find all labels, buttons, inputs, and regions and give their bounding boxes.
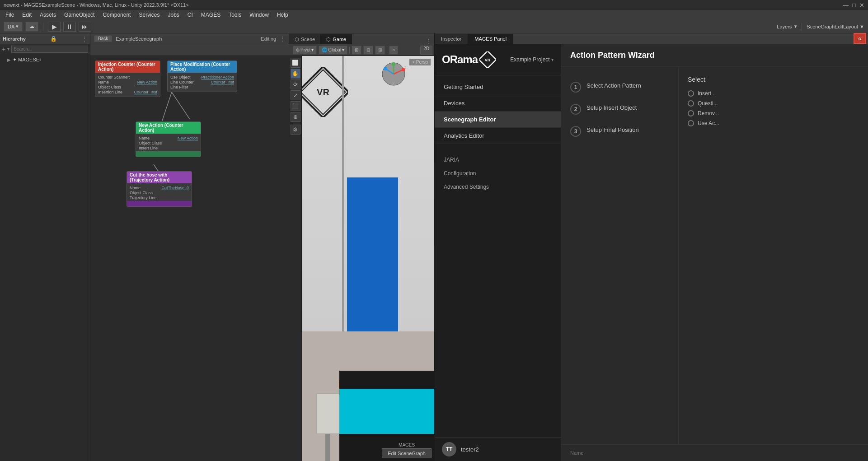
viewport: VR <box>289 56 434 461</box>
grid-button[interactable]: ⊞ <box>352 46 361 55</box>
scene-tab-label: Scene <box>301 37 315 42</box>
edit-scenegraph-button[interactable]: Edit SceneGraph <box>382 448 432 458</box>
card1-field3: Object Class <box>98 85 157 89</box>
minimize-button[interactable]: — <box>843 2 849 9</box>
hierarchy-lock-icon[interactable]: 🔒 <box>50 36 57 42</box>
menu-item-services[interactable]: Services <box>135 11 163 19</box>
desk-leg-left <box>325 434 330 461</box>
nav-scenegraph-editor[interactable]: Scenegraph Editor <box>435 112 561 128</box>
node-card-1[interactable]: Injection Counter (Counter Action) Count… <box>95 61 160 97</box>
menu-item-file[interactable]: File <box>2 11 18 19</box>
step-button[interactable]: ⏭ <box>79 22 91 32</box>
card1-field4: Insertion Line Counter_Inst <box>98 90 157 94</box>
configuration-label: Configuration <box>444 170 476 177</box>
pivot-arrow: ▾ <box>311 47 314 52</box>
global-dropdown[interactable]: 🌐 Global ▾ <box>319 46 347 55</box>
settings-tool-icon[interactable]: ⚙ <box>291 125 300 135</box>
right-panel: Inspector MAGES Panel « ORama VR <box>434 33 868 461</box>
play-button[interactable]: ▶ <box>48 22 61 32</box>
mages-panel-tab[interactable]: MAGES Panel <box>468 34 513 44</box>
align-button[interactable]: ⊞ <box>375 46 385 55</box>
sep2 <box>387 47 387 54</box>
wizard-option-4[interactable]: Use Ac... <box>688 118 859 128</box>
hierarchy-search-input[interactable] <box>11 46 88 53</box>
menu-item-component[interactable]: Component <box>99 11 134 19</box>
pivot-dropdown[interactable]: ⊕ Pivot ▾ <box>293 46 317 55</box>
scale-tool-icon[interactable]: ⤢ <box>291 90 300 100</box>
select-tool-icon[interactable]: ⬜ <box>291 58 300 68</box>
da-dropdown[interactable]: DA ▾ <box>4 22 23 32</box>
menu-item-assets[interactable]: Assets <box>36 11 60 19</box>
nav-devices[interactable]: Devices <box>435 95 561 112</box>
nav-advanced-settings[interactable]: Advanced Settings <box>435 180 561 194</box>
name-col-label: Name <box>570 450 583 456</box>
layers-label: Layers <box>777 24 792 29</box>
menu-item-help[interactable]: Help <box>273 11 292 19</box>
hierarchy-menu-icon[interactable]: ⋮ <box>82 36 87 42</box>
wizard-option-3[interactable]: Remov... <box>688 108 859 118</box>
radio-use-ac[interactable] <box>688 120 694 126</box>
play-icon: ▶ <box>52 23 57 30</box>
back-button[interactable]: Back <box>94 35 112 42</box>
nav-analytics-editor[interactable]: Analytics Editor <box>435 128 561 144</box>
scenegraph-menu-icon[interactable]: ⋮ <box>280 36 285 42</box>
view-button[interactable]: ○ <box>389 46 398 55</box>
node-canvas[interactable]: Injection Counter (Counter Action) Count… <box>90 56 289 450</box>
hierarchy-title: Hierarchy <box>3 36 26 42</box>
panel-collapse-button[interactable]: « <box>854 33 866 44</box>
maximize-button[interactable]: □ <box>852 2 856 9</box>
mages-navigation-panel: ORama VR Example Project ▾ Getting Start… <box>435 44 561 461</box>
node-card-2[interactable]: Place Modification (Counter Action) Use … <box>167 61 237 92</box>
radio-insert[interactable] <box>688 90 694 97</box>
project-dropdown[interactable]: Example Project ▾ <box>510 56 554 63</box>
snap-button[interactable]: ⊟ <box>363 46 373 55</box>
scene-left-tools: ⬜ ✋ ⟳ ⤢ ⬛ ⊕ ⚙ <box>289 56 302 461</box>
door-frame <box>342 56 344 331</box>
svg-point-12 <box>384 67 387 70</box>
wizard-steps: 1 Select Action Pattern 2 Setup Insert O… <box>561 67 679 444</box>
wizard-option-1[interactable]: Insert... <box>688 88 859 98</box>
menu-item-mages[interactable]: MAGES <box>197 11 224 19</box>
nav-jaria[interactable]: JARIA <box>435 153 561 167</box>
vr-diamond-svg: VR <box>298 67 348 117</box>
hierarchy-root-item[interactable]: ▶ ✦ MAGESE› <box>0 56 90 64</box>
menu-item-window[interactable]: Window <box>246 11 272 19</box>
inspector-tab[interactable]: Inspector <box>435 34 468 44</box>
node-card-3[interactable]: New Action (Counter Action) Name New Act… <box>136 121 201 157</box>
blue-wall <box>347 177 398 331</box>
menu-item-ci[interactable]: CI <box>184 11 197 19</box>
nav-getting-started[interactable]: Getting Started <box>435 79 561 95</box>
2d-mode-button[interactable]: 2D <box>420 46 432 55</box>
username-label: tester2 <box>461 446 479 453</box>
scene-menu-icon[interactable]: ⋮ <box>426 38 432 44</box>
top-tabs-row: Back ExampleScenegraph Editing ⋮ ⬡ Scene… <box>90 33 434 44</box>
project-label: Example Project <box>510 56 549 63</box>
menu-item-jobs[interactable]: Jobs <box>164 11 183 19</box>
close-button[interactable]: ✕ <box>859 2 864 9</box>
nav-configuration[interactable]: Configuration <box>435 167 561 180</box>
menu-item-edit[interactable]: Edit <box>19 11 35 19</box>
rect-tool-icon[interactable]: ⬛ <box>291 101 300 111</box>
move-tool-icon[interactable]: ✋ <box>291 69 300 79</box>
layout-label[interactable]: SceneGraphEditLayout ▼ <box>807 24 864 29</box>
rotate-tool-icon[interactable]: ⟳ <box>291 79 300 89</box>
hierarchy-dropdown-icon[interactable]: ▾ <box>7 47 9 51</box>
game-tab[interactable]: ⬡ Game <box>321 34 352 44</box>
mages-label: MAGES <box>382 442 432 447</box>
pause-button[interactable]: ⏸ <box>63 22 76 32</box>
main-toolbar: DA ▾ ☁ ▶ ⏸ ⏭ Layers ▾ SceneGraphEditLayo… <box>0 20 868 33</box>
radio-remov[interactable] <box>688 110 694 116</box>
menu-item-tools[interactable]: Tools <box>225 11 245 19</box>
hierarchy-add-icon[interactable]: + <box>2 46 5 53</box>
card4-header: Cut the hose with (Trajectory Action) <box>127 172 192 183</box>
cloud-button[interactable]: ☁ <box>25 22 38 32</box>
mages-edit-area: MAGES Edit SceneGraph <box>382 442 432 458</box>
wizard-step-1: 1 Select Action Pattern <box>561 76 678 98</box>
transform-tool-icon[interactable]: ⊕ <box>291 112 300 122</box>
wizard-option-2[interactable]: Questi... <box>688 98 859 108</box>
scene-tab[interactable]: ⬡ Scene <box>289 34 321 44</box>
menu-item-gameobject[interactable]: GameObject <box>61 11 98 19</box>
radio-questi[interactable] <box>688 100 694 107</box>
scene-tab-icon: ⬡ <box>295 37 299 42</box>
node-card-4[interactable]: Cut the hose with (Trajectory Action) Na… <box>127 171 192 207</box>
